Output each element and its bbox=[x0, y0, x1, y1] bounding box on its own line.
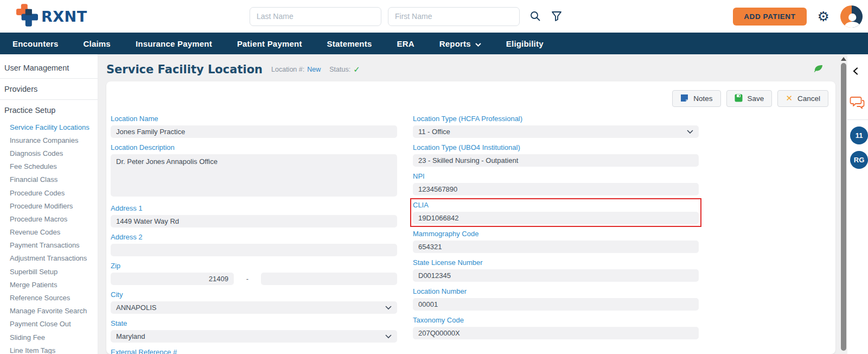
main-navbar: Encounters Claims Insurance Payment Pati… bbox=[0, 33, 868, 54]
patient-search-group bbox=[250, 7, 520, 26]
state-select[interactable]: Maryland bbox=[111, 330, 397, 343]
scroll-up-arrow[interactable] bbox=[841, 57, 846, 61]
zip-separator: - bbox=[234, 275, 261, 283]
state-license-number-label: State License Number bbox=[413, 258, 699, 267]
form-card: Notes Save ✕ Cancel bbox=[106, 81, 835, 354]
cancel-button[interactable]: ✕ Cancel bbox=[777, 90, 828, 107]
last-name-input[interactable] bbox=[250, 7, 381, 26]
external-reference-label: External Reference # bbox=[111, 348, 397, 354]
chat-messages-icon[interactable] bbox=[850, 96, 865, 112]
taxonomy-code-input[interactable] bbox=[413, 327, 699, 339]
nav-insurance-payment[interactable]: Insurance Payment bbox=[123, 33, 225, 54]
filter-icon[interactable] bbox=[551, 11, 562, 22]
search-icon[interactable] bbox=[529, 10, 541, 22]
sidebar-item-superbill-setup[interactable]: Superbill Setup bbox=[0, 265, 98, 278]
sidebar-item-diagnosis-codes[interactable]: Diagnosis Codes bbox=[0, 147, 98, 160]
app-header: RXNT ADD PATIENT ⚙ bbox=[0, 0, 868, 33]
state-label: State bbox=[111, 319, 397, 327]
location-description-field: Location Description Dr. Peter Jones Ann… bbox=[111, 143, 397, 199]
nav-reports[interactable]: Reports bbox=[427, 33, 494, 54]
location-number-input[interactable] bbox=[413, 298, 699, 311]
sidebar-item-adjustment-transactions[interactable]: Adjustment Transactions bbox=[0, 252, 98, 265]
location-type-hcfa-select[interactable]: 11 - Office bbox=[413, 125, 699, 138]
location-type-ubo4-label: Location Type (UBO4 Institutional) bbox=[413, 143, 699, 151]
nav-statements[interactable]: Statements bbox=[315, 33, 385, 54]
clia-field-highlighted: CLIA bbox=[413, 201, 699, 224]
sidebar-item-financial-class[interactable]: Financial Class bbox=[0, 173, 98, 186]
user-initials-badge[interactable]: RG bbox=[850, 151, 868, 169]
sidebar-item-reference-sources[interactable]: Reference Sources bbox=[0, 291, 98, 304]
mammography-code-field: Mammography Code bbox=[413, 230, 699, 253]
scrollbar-thumb[interactable] bbox=[841, 63, 846, 351]
nav-eligibility[interactable]: Eligibility bbox=[494, 33, 556, 54]
city-field: City ANNAPOLIS bbox=[111, 290, 397, 314]
chevron-down-icon bbox=[385, 304, 392, 312]
right-rail: 11 RG bbox=[847, 54, 868, 354]
nav-claims[interactable]: Claims bbox=[71, 33, 123, 54]
location-name-label: Location Name bbox=[111, 115, 397, 123]
gear-icon[interactable]: ⚙ bbox=[818, 10, 829, 23]
settings-sidebar: User Management Providers Practice Setup… bbox=[0, 54, 98, 354]
notification-count-badge[interactable]: 11 bbox=[850, 127, 868, 144]
address2-label: Address 2 bbox=[111, 233, 397, 241]
zip-input[interactable] bbox=[111, 273, 234, 285]
state-field: State Maryland bbox=[111, 319, 397, 343]
clia-input[interactable] bbox=[413, 212, 699, 224]
main-panel: Service Facility Location Location #: Ne… bbox=[98, 54, 847, 354]
location-description-textarea[interactable]: Dr. Peter Jones Annapolis Office bbox=[111, 154, 397, 197]
nav-era[interactable]: ERA bbox=[384, 33, 426, 54]
city-label: City bbox=[111, 290, 397, 299]
sidebar-item-revenue-codes[interactable]: Revenue Codes bbox=[0, 226, 98, 239]
location-description-label: Location Description bbox=[111, 143, 397, 151]
sidebar-item-merge-patients[interactable]: Merge Patients bbox=[0, 278, 98, 291]
rxnt-logo[interactable]: RXNT bbox=[16, 4, 103, 29]
taxonomy-code-label: Taxonomy Code bbox=[413, 316, 699, 324]
sidebar-item-line-item-tags[interactable]: Line Item Tags bbox=[0, 344, 98, 354]
leaf-icon bbox=[813, 64, 824, 75]
npi-label: NPI bbox=[413, 172, 699, 180]
taxonomy-code-field: Taxonomy Code bbox=[413, 316, 699, 339]
sidebar-item-procedure-codes[interactable]: Procedure Codes bbox=[0, 186, 98, 199]
address2-field: Address 2 bbox=[111, 233, 397, 256]
save-button[interactable]: Save bbox=[726, 90, 773, 107]
save-icon bbox=[735, 94, 743, 104]
sidebar-item-fee-schedules[interactable]: Fee Schedules bbox=[0, 160, 98, 173]
first-name-input[interactable] bbox=[388, 7, 520, 26]
sidebar-item-manage-favorite-search[interactable]: Manage Favorite Search bbox=[0, 305, 98, 318]
collapse-panel-chevron-left-icon[interactable] bbox=[853, 67, 858, 77]
sidebar-item-practice-setup[interactable]: Practice Setup bbox=[0, 100, 98, 121]
add-patient-button[interactable]: ADD PATIENT bbox=[733, 8, 806, 26]
location-number-label: Location Number bbox=[413, 287, 699, 295]
sidebar-item-procedure-modifiers[interactable]: Procedure Modifiers bbox=[0, 199, 98, 212]
vertical-scrollbar[interactable] bbox=[840, 54, 847, 354]
sidebar-item-sliding-fee[interactable]: Sliding Fee bbox=[0, 331, 98, 344]
nav-encounters[interactable]: Encounters bbox=[0, 33, 71, 54]
page-title: Service Facility Location bbox=[106, 63, 263, 76]
address1-label: Address 1 bbox=[111, 204, 397, 212]
zip-ext-input[interactable] bbox=[261, 273, 397, 285]
location-type-ubo4-input[interactable] bbox=[413, 154, 699, 167]
address1-field: Address 1 bbox=[111, 204, 397, 227]
state-license-number-field: State License Number bbox=[413, 258, 699, 282]
sidebar-item-service-facility-locations[interactable]: Service Facility Locations bbox=[0, 121, 98, 134]
sidebar-item-payment-close-out[interactable]: Payment Close Out bbox=[0, 318, 98, 331]
sidebar-item-payment-transactions[interactable]: Payment Transactions bbox=[0, 239, 98, 252]
npi-field: NPI bbox=[413, 172, 699, 195]
user-avatar[interactable] bbox=[840, 5, 863, 28]
zip-field: Zip - bbox=[111, 262, 397, 285]
sidebar-item-insurance-companies[interactable]: Insurance Companies bbox=[0, 134, 98, 147]
npi-input[interactable] bbox=[413, 183, 699, 195]
notes-button[interactable]: Notes bbox=[672, 90, 720, 107]
location-name-field: Location Name bbox=[111, 115, 397, 138]
location-name-input[interactable] bbox=[111, 125, 397, 138]
state-license-number-input[interactable] bbox=[413, 269, 699, 282]
city-select[interactable]: ANNAPOLIS bbox=[111, 301, 397, 314]
mammography-code-input[interactable] bbox=[413, 241, 699, 253]
nav-patient-payment[interactable]: Patient Payment bbox=[225, 33, 315, 54]
sidebar-item-providers[interactable]: Providers bbox=[0, 79, 98, 99]
sidebar-item-procedure-macros[interactable]: Procedure Macros bbox=[0, 212, 98, 225]
address1-input[interactable] bbox=[111, 215, 397, 227]
sidebar-item-user-management[interactable]: User Management bbox=[0, 58, 98, 78]
address2-input[interactable] bbox=[111, 244, 397, 256]
location-number-label: Location #: bbox=[271, 66, 304, 73]
